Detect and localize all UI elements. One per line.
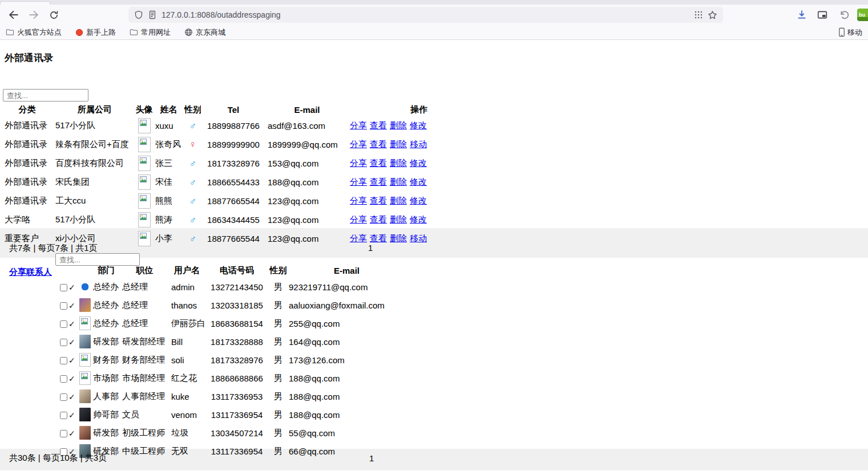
share-link[interactable]: 分享: [350, 158, 367, 168]
username-cell: venom: [168, 405, 205, 424]
url-bar[interactable]: 127.0.0.1:8088/outaddresspaging: [128, 7, 723, 23]
forward-button[interactable]: [26, 7, 42, 23]
contact-row: 外部通讯录辣条有限公司+百度张奇风♀188999999001899999@qq.…: [0, 135, 432, 154]
bookmark-item-getting-started[interactable]: 新手上路: [75, 27, 116, 38]
email-cell: 153@qq.com: [266, 154, 348, 173]
title-cell: 研发部经理: [121, 332, 168, 351]
search-input[interactable]: [3, 89, 88, 102]
avatar-cell: [135, 229, 153, 248]
title-cell: 总经理: [121, 296, 168, 314]
avatar-cell: [78, 405, 91, 424]
edit-link[interactable]: 修改: [410, 196, 427, 205]
globe-icon: [184, 28, 193, 36]
move-link[interactable]: 移动: [410, 233, 427, 243]
bookmark-item-mobile[interactable]: 移动: [838, 27, 862, 38]
name-cell: 熊熊: [153, 192, 184, 210]
avatar-cell: [78, 314, 91, 332]
avatar-cell: [78, 296, 91, 314]
edit-link[interactable]: 修改: [410, 120, 427, 130]
company-cell: 517小分队: [54, 210, 135, 229]
broken-image-icon: [138, 231, 151, 246]
select-checkbox[interactable]: [60, 430, 67, 437]
select-checkbox[interactable]: [60, 412, 67, 419]
select-checkbox[interactable]: [60, 302, 67, 310]
extension-badge[interactable]: bu: [857, 9, 868, 21]
select-checkbox[interactable]: [60, 393, 67, 401]
downloads-button[interactable]: [795, 8, 809, 22]
share-link[interactable]: 分享: [350, 120, 367, 130]
category-cell: 大学咯: [0, 210, 54, 229]
share-link[interactable]: 分享: [350, 139, 367, 149]
email-cell: 66@qq.com: [288, 442, 405, 460]
share-contact-row: ✓研发部中级工程师无双13117336954男66@qq.com: [59, 442, 405, 460]
undo-button[interactable]: [838, 8, 851, 22]
picture-in-picture-button[interactable]: [815, 8, 829, 22]
shield-icon[interactable]: [134, 10, 143, 19]
select-checkbox[interactable]: [60, 320, 67, 328]
select-checkbox[interactable]: [60, 375, 67, 383]
page-info-icon[interactable]: [148, 10, 157, 19]
bookmark-item-common-sites[interactable]: 常用网址: [130, 27, 171, 38]
delete-link[interactable]: 删除: [390, 177, 407, 186]
email-cell: 123@qq.com: [266, 192, 348, 210]
delete-link[interactable]: 删除: [390, 120, 407, 130]
avatar-cell: [135, 135, 153, 154]
share-contact-row: ✓人事部人事部经理kuke13117336953男188@qq.com: [59, 387, 405, 405]
delete-link[interactable]: 删除: [390, 233, 407, 243]
view-link[interactable]: 查看: [370, 120, 387, 130]
bookmark-star-icon[interactable]: [708, 10, 717, 20]
name-cell: 张奇风: [153, 135, 184, 154]
actions-cell: 分享查看删除修改: [348, 116, 432, 135]
checkbox-cell: ✓: [59, 278, 78, 296]
share-search-input[interactable]: [55, 253, 140, 266]
delete-link[interactable]: 删除: [390, 196, 407, 205]
category-cell: 外部通讯录: [0, 192, 54, 210]
email-cell: 188@qq.com: [266, 173, 348, 192]
back-button[interactable]: [6, 7, 22, 23]
select-checkbox[interactable]: [60, 339, 67, 346]
dept-cell: 总经办: [91, 314, 121, 332]
select-checkbox[interactable]: [60, 284, 67, 291]
view-link[interactable]: 查看: [370, 196, 387, 205]
delete-link[interactable]: 删除: [390, 139, 407, 149]
view-link[interactable]: 查看: [370, 233, 387, 243]
gender-cell: 男: [268, 351, 288, 369]
bookmark-item-jd[interactable]: 京东商城: [184, 27, 225, 38]
avatar-cell: [78, 424, 91, 442]
url-text[interactable]: 127.0.0.1:8088/outaddresspaging: [162, 10, 281, 19]
dept-cell: 研发部: [91, 424, 121, 442]
broken-image-icon: [79, 353, 91, 367]
checkbox-cell: ✓: [59, 296, 78, 314]
share-contacts-link[interactable]: 分享联系人: [9, 267, 52, 278]
check-mark: ✓: [68, 356, 75, 365]
share-link[interactable]: 分享: [350, 196, 367, 205]
check-mark: ✓: [68, 429, 75, 438]
phone-cell: 18868688866: [205, 369, 268, 387]
share-link[interactable]: 分享: [350, 214, 367, 224]
page-number[interactable]: 1: [369, 453, 374, 463]
view-link[interactable]: 查看: [370, 139, 387, 149]
view-link[interactable]: 查看: [370, 214, 387, 224]
edit-link[interactable]: 修改: [410, 158, 427, 168]
avatar-photo: [79, 426, 91, 440]
contact-row: 外部通讯录517小分队xuxu♂18899887766asdf@163.com分…: [0, 116, 432, 135]
share-link[interactable]: 分享: [350, 233, 367, 243]
delete-link[interactable]: 删除: [390, 214, 407, 224]
share-contact-row: ✓总经办总经理伊丽莎白18683688154男255@qq.com: [59, 314, 405, 332]
select-checkbox[interactable]: [60, 357, 67, 364]
reload-button[interactable]: [46, 7, 62, 23]
bookmark-item-firefox-official[interactable]: 火狐官方站点: [6, 27, 62, 38]
extensions-icon[interactable]: [694, 10, 703, 19]
share-contact-row: ✓研发部初级工程师垃圾13034507214男55@qq.com: [59, 424, 405, 442]
bookmark-label: 常用网址: [141, 27, 171, 38]
delete-link[interactable]: 删除: [390, 158, 407, 168]
edit-link[interactable]: 修改: [410, 177, 427, 186]
title-cell: 财务部经理: [121, 351, 168, 369]
page-number[interactable]: 1: [368, 243, 373, 253]
move-link[interactable]: 移动: [410, 139, 427, 149]
view-link[interactable]: 查看: [370, 158, 387, 168]
share-link[interactable]: 分享: [350, 177, 367, 186]
check-mark: ✓: [68, 411, 75, 420]
edit-link[interactable]: 修改: [410, 214, 427, 224]
view-link[interactable]: 查看: [370, 177, 387, 186]
